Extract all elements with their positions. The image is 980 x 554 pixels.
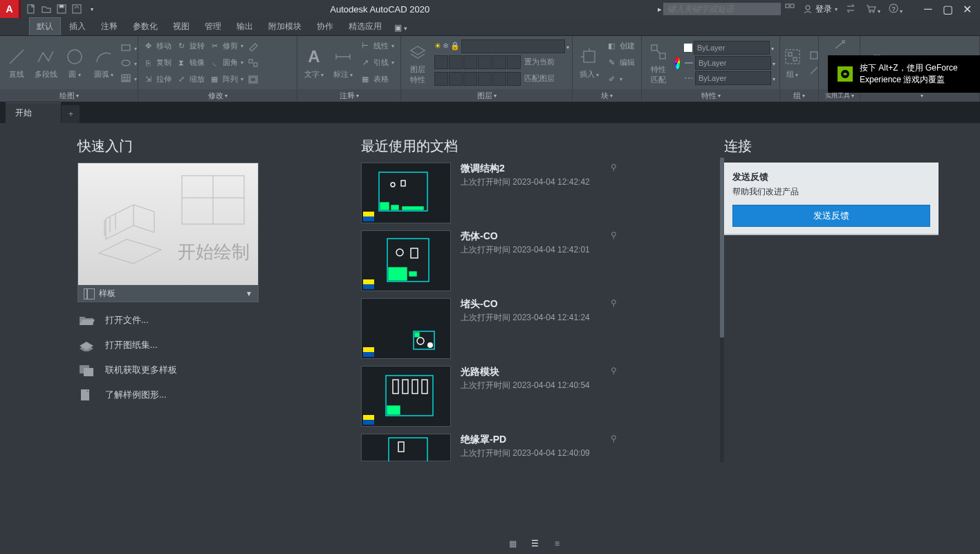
minimize-button[interactable]: ─ <box>919 3 937 16</box>
tab-featured[interactable]: 精选应用 <box>342 18 389 35</box>
tab-expand[interactable]: ▣ <box>390 20 412 35</box>
pin-icon[interactable]: ⚲ <box>611 366 617 376</box>
view-list-icon[interactable]: ☰ <box>529 539 542 548</box>
tool-block-attr[interactable]: ✐ <box>606 72 635 87</box>
tool-layer-props[interactable]: 图层 特性 <box>405 41 430 85</box>
layer-tools-row[interactable]: 置为当前 <box>434 55 569 70</box>
tool-block-edit[interactable]: ✎编辑 <box>606 55 635 71</box>
lweight-bylayer[interactable]: ByLayer <box>684 56 775 70</box>
panel-group-title[interactable]: 组 <box>780 89 818 102</box>
pin-icon[interactable]: ⚲ <box>611 163 617 172</box>
tool-block-insert[interactable]: 插入 <box>577 46 602 80</box>
tool-stretch[interactable]: ⇲拉伸 <box>142 72 172 87</box>
tab-parametric[interactable]: 参数化 <box>126 18 165 35</box>
layer-match-row[interactable]: 匹配图层 <box>434 71 569 86</box>
tool-linear[interactable]: ⊢线性 <box>360 39 394 54</box>
tool-rotate[interactable]: ↻旋转 <box>176 39 205 54</box>
tool-scale[interactable]: ⤢缩放 <box>176 72 205 87</box>
tool-fillet[interactable]: ◟圆角 <box>209 55 243 71</box>
tab-collaborate[interactable]: 协作 <box>310 18 340 35</box>
feedback-button[interactable]: 发送反馈 <box>732 205 930 227</box>
link-open-sheet[interactable]: 打开图纸集... <box>77 338 346 352</box>
tab-manage[interactable]: 管理 <box>198 18 228 35</box>
filetab-start[interactable]: 开始 <box>6 102 62 123</box>
view-detail-icon[interactable]: ≡ <box>551 539 564 548</box>
connect-heading: 连接 <box>724 137 939 156</box>
util-1[interactable] <box>834 37 845 53</box>
template-bar[interactable]: 样板 ▼ <box>77 286 259 302</box>
tool-ellipse[interactable] <box>120 55 137 71</box>
search-go-icon[interactable]: ▸ <box>658 5 662 14</box>
panel-annotate-title[interactable]: 注释 <box>297 89 400 102</box>
tool-table[interactable]: ▦表格 <box>360 72 394 87</box>
open-icon[interactable] <box>40 3 53 15</box>
link-open-file[interactable]: 打开文件... <box>77 313 346 327</box>
tab-insert[interactable]: 插入 <box>62 18 93 35</box>
tool-erase[interactable] <box>248 39 259 54</box>
tab-addins[interactable]: 附加模块 <box>261 18 308 35</box>
ltype-bylayer[interactable]: ByLayer <box>684 71 775 85</box>
link-online-templates[interactable]: 联机获取更多样板 <box>77 363 346 377</box>
tool-array[interactable]: ▦阵列 <box>209 72 243 87</box>
user-icon[interactable]: 登录 ▾ <box>803 3 838 15</box>
pin-icon[interactable]: ⚲ <box>611 230 617 240</box>
cart-icon[interactable] <box>865 3 880 15</box>
tool-dimension[interactable]: 标注 <box>331 46 355 80</box>
panel-block-title[interactable]: 块 <box>573 89 641 102</box>
help-icon[interactable]: ? <box>889 3 903 15</box>
tool-leader[interactable]: ↗引线 <box>360 55 394 71</box>
maximize-button[interactable]: ▢ <box>939 3 956 16</box>
group-tool-1[interactable] <box>809 48 819 63</box>
recent-item[interactable]: ⚲ 绝缘罩-PD 上次打开时间 2023-04-04 12:40:09 <box>361 434 617 461</box>
tool-line[interactable]: 直线 <box>4 46 29 80</box>
filetab-add[interactable]: + <box>62 105 80 123</box>
save-icon[interactable] <box>55 3 68 15</box>
tool-trim[interactable]: ✂修剪 <box>209 39 243 54</box>
close-button[interactable]: ✕ <box>958 3 976 16</box>
search-input[interactable] <box>663 3 781 15</box>
tool-arc[interactable]: 圆弧 <box>91 46 116 80</box>
panel-draw-title[interactable]: 绘图 <box>0 89 138 102</box>
tool-circle[interactable]: 圆 <box>62 46 87 80</box>
color-wheel-icon[interactable] <box>675 57 680 69</box>
exchange-icon[interactable] <box>846 3 857 15</box>
panel-props-title[interactable]: 特性 <box>642 89 779 102</box>
tool-explode[interactable] <box>248 55 259 71</box>
qa-dropdown-icon[interactable] <box>86 3 98 15</box>
tool-hatch[interactable] <box>120 71 137 86</box>
tab-view[interactable]: 视图 <box>166 18 196 35</box>
recent-item[interactable]: ⚲ 微调结构2 上次打开时间 2023-04-04 12:42:42 <box>361 163 617 223</box>
svg-rect-3 <box>73 5 81 13</box>
tool-offset[interactable] <box>248 72 259 87</box>
view-grid-icon[interactable]: ▦ <box>507 539 519 548</box>
tool-block-create[interactable]: ◧创建 <box>606 39 635 54</box>
tool-group[interactable]: 组 <box>780 46 805 80</box>
new-icon[interactable] <box>25 3 37 15</box>
tool-text[interactable]: A文字 <box>302 46 326 80</box>
recent-scrollbar[interactable] <box>720 158 724 462</box>
start-drawing-card[interactable]: 开始绘制 <box>77 163 259 286</box>
tool-mirror[interactable]: ⧗镜像 <box>176 55 205 71</box>
pin-icon[interactable]: ⚲ <box>611 298 617 308</box>
tool-polyline[interactable]: 多段线 <box>33 46 58 80</box>
recent-item[interactable]: ⚲ 堵头-CO 上次打开时间 2023-04-04 12:41:24 <box>361 298 617 359</box>
recent-item[interactable]: ⚲ 光路模块 上次打开时间 2023-04-04 12:40:54 <box>361 366 617 427</box>
link-learn-templates[interactable]: 了解样例图形... <box>77 388 346 402</box>
account-icon[interactable] <box>785 3 795 15</box>
tool-copy[interactable]: ⎘复制 <box>142 55 172 71</box>
tab-output[interactable]: 输出 <box>230 18 260 35</box>
group-tool-2[interactable] <box>809 63 819 78</box>
tab-default[interactable]: 默认 <box>29 17 61 35</box>
tool-move[interactable]: ✥移动 <box>142 39 172 54</box>
color-bylayer[interactable]: ByLayer <box>684 41 775 55</box>
pin-icon[interactable]: ⚲ <box>611 434 617 443</box>
app-menu-button[interactable]: A <box>0 0 21 18</box>
layer-selector[interactable]: ☀❄🔒 <box>434 39 569 53</box>
panel-layers-title[interactable]: 图层 <box>401 89 572 102</box>
recent-item[interactable]: ⚲ 壳体-CO 上次打开时间 2023-04-04 12:42:01 <box>361 230 617 291</box>
tool-props-match[interactable]: 特性 匹配 <box>646 41 671 85</box>
tab-annotate[interactable]: 注释 <box>94 18 124 35</box>
saveas-icon[interactable] <box>71 3 83 15</box>
tool-rect[interactable] <box>120 40 137 55</box>
panel-modify-title[interactable]: 修改 <box>138 89 297 102</box>
